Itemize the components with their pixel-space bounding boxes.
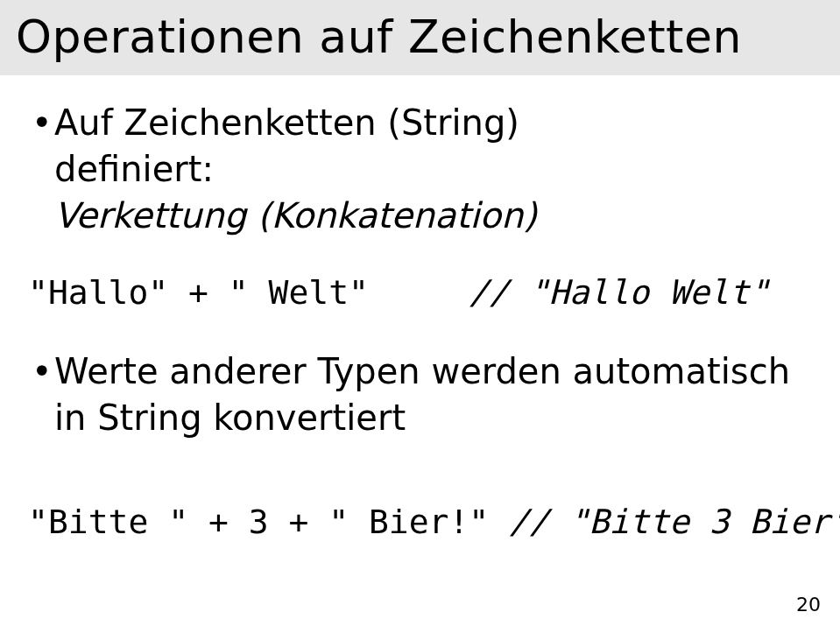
bullet-list-1: Auf Zeichenketten (String) definiert: xyxy=(28,100,812,193)
code2-expr: "Bitte " + 3 + " Bier!" xyxy=(28,503,489,541)
code1-gap xyxy=(369,273,469,312)
page-number: 20 xyxy=(796,594,821,615)
bullet1-line1: Auf Zeichenketten (String) xyxy=(54,102,519,143)
code2-gap xyxy=(489,503,509,541)
bullet2-text: Werte anderer Typen werden automatisch i… xyxy=(54,351,790,438)
page-title: Operationen auf Zeichenketten xyxy=(16,11,824,63)
bullet1-line2: definiert: xyxy=(54,149,214,189)
bullet1-subline: Verkettung (Konkatenation) xyxy=(28,193,812,239)
slide: Operationen auf Zeichenketten Auf Zeiche… xyxy=(0,0,840,626)
bullet-list-2: Werte anderer Typen werden automatisch i… xyxy=(28,348,812,441)
code1-expr: "Hallo" + " Welt" xyxy=(28,273,369,312)
code-block-2: "Bitte " + 3 + " Bier!" // "Bitte 3 Bier… xyxy=(28,503,812,543)
code-block-1: "Hallo" + " Welt" // "Hallo Welt" xyxy=(28,273,812,313)
title-bar: Operationen auf Zeichenketten xyxy=(0,0,840,75)
bullet-item-1: Auf Zeichenketten (String) definiert: xyxy=(28,100,812,193)
code2-comment: // "Bitte 3 Bier" xyxy=(509,503,840,541)
code1-comment: // "Hallo Welt" xyxy=(469,273,769,312)
slide-body: Auf Zeichenketten (String) definiert: Ve… xyxy=(0,75,840,542)
bullet-item-2: Werte anderer Typen werden automatisch i… xyxy=(28,348,812,441)
